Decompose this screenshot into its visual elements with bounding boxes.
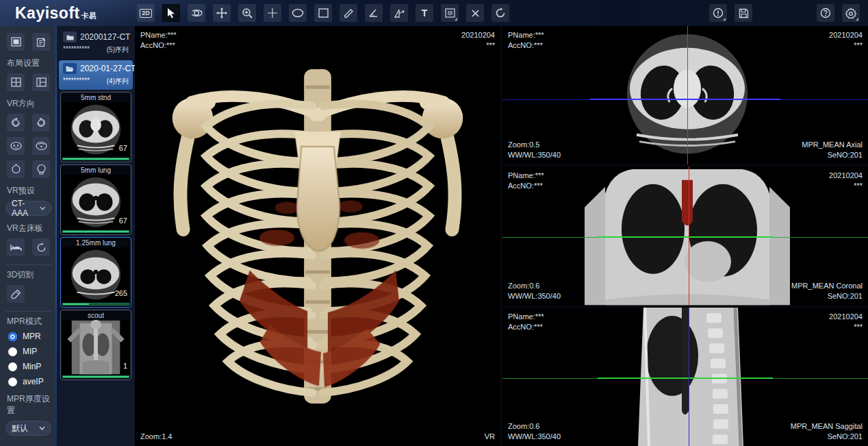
- zoom-factor: Zoom:1.4: [140, 432, 172, 442]
- head-back-icon: [36, 141, 47, 151]
- pencil-icon: [344, 8, 354, 18]
- rotate-3d-button[interactable]: [188, 4, 205, 22]
- zoom-factor: Zoom:0.6: [508, 281, 561, 291]
- head-front-icon: [10, 141, 22, 151]
- crosshair-horizontal-green-center[interactable]: [598, 236, 773, 238]
- image-count: 67: [119, 216, 127, 225]
- series-label: 1.25mm lung: [62, 238, 129, 247]
- remove-bed-button[interactable]: [7, 238, 25, 256]
- vr-preset-select[interactable]: CT-AAA: [5, 201, 51, 216]
- vr-back-view-button[interactable]: [32, 137, 50, 155]
- mpr-mode-label: MPR模式: [0, 312, 57, 329]
- head-bottom-icon: [36, 164, 47, 175]
- series-thumbnail[interactable]: scout 1: [60, 310, 131, 380]
- measure-tool-button[interactable]: [340, 4, 357, 22]
- radio-aveip[interactable]: aveIP: [0, 374, 57, 389]
- view-2d-icon: 2D: [140, 9, 152, 18]
- toolbar: 2D: [137, 4, 868, 22]
- header-bar: Kayisoft 卡易 2D: [0, 0, 868, 26]
- accession-number: AccNO:***: [140, 40, 177, 51]
- cursor-tool-button[interactable]: [162, 4, 180, 22]
- cobb-angle-button[interactable]: [390, 4, 408, 22]
- reset-view-button[interactable]: [492, 4, 509, 22]
- help-button[interactable]: [817, 4, 834, 22]
- vr-rotate-right-button[interactable]: [32, 114, 50, 132]
- mpr-coronal-viewport[interactable]: PName:*** AccNO:*** 20210204 *** Zoom:0.…: [502, 166, 868, 305]
- crosshair-horizontal-blue-center[interactable]: [590, 99, 780, 100]
- crosshair-vertical-blue[interactable]: [689, 308, 689, 446]
- vr-front-view-button[interactable]: [7, 137, 25, 155]
- settings-button[interactable]: [842, 4, 860, 22]
- image-count: 1: [123, 362, 127, 370]
- series-thumb-image: 67: [62, 175, 129, 230]
- study-item[interactable]: 20200127-CT ********** (5)序列: [59, 29, 133, 58]
- save-floppy-icon: [739, 8, 749, 18]
- dropdown-corner-mark: [455, 18, 457, 21]
- vr-rotate-left-button[interactable]: [7, 114, 25, 132]
- rectangle-icon: [318, 8, 329, 18]
- mpr-sagittal-viewport[interactable]: PName:*** AccNO:*** 20210204 *** Zoom:0.…: [502, 308, 868, 446]
- scalpel-button[interactable]: [7, 285, 25, 303]
- study-item-selected[interactable]: 2020-01-27-CT ********** (4)序列: [59, 60, 133, 90]
- study-date: 20210204: [829, 30, 863, 40]
- scalpel-icon: [11, 289, 21, 299]
- series-number: SeNO:201: [802, 150, 863, 160]
- head-rotate-right-icon: [36, 117, 47, 128]
- bed-reset-button[interactable]: [32, 238, 50, 256]
- zoom-factor: Zoom:0.5: [508, 140, 561, 150]
- mpr-thickness-select[interactable]: 默认: [5, 421, 51, 436]
- delete-annotation-button[interactable]: [466, 4, 484, 22]
- pan-button[interactable]: [213, 4, 231, 22]
- layout-grid-button[interactable]: [7, 73, 25, 91]
- window-level: WW/WL:350/40: [508, 432, 561, 442]
- masked-value: ***: [829, 322, 863, 332]
- study-patient-masked: **********: [63, 77, 90, 86]
- save-button[interactable]: [735, 4, 752, 22]
- mpr-axial-viewport[interactable]: PName:*** AccNO:*** 20210204 *** Zoom:0.…: [502, 26, 868, 164]
- radio-minp[interactable]: MinP: [0, 359, 57, 374]
- layout-grid-icon: [11, 77, 21, 87]
- series-thumb-image: 265: [62, 247, 129, 302]
- report-button[interactable]: [32, 33, 50, 51]
- crosshair-vertical-red[interactable]: [689, 166, 689, 305]
- dropdown-corner-mark: [856, 18, 858, 21]
- patient-name: PName:***: [508, 312, 544, 322]
- layout-left-main-button[interactable]: [32, 73, 50, 91]
- window-level-button[interactable]: [441, 4, 459, 22]
- reset-icon: [495, 8, 506, 18]
- chevron-down-icon: [39, 426, 45, 430]
- view-2d-button[interactable]: 2D: [137, 4, 155, 22]
- vr-foot-view-button[interactable]: [32, 160, 50, 178]
- radio-selected-icon: [8, 332, 17, 341]
- series-label: 5mm lung: [62, 166, 129, 175]
- ellipse-icon: [292, 8, 304, 18]
- zoom-in-button[interactable]: [238, 4, 256, 22]
- series-thumbnail-selected[interactable]: 1.25mm lung 265: [60, 237, 131, 308]
- vr-bed-removal-label: VR去床板: [0, 219, 57, 236]
- text-tool-button[interactable]: T: [416, 4, 433, 22]
- crosshair-horizontal-green-center[interactable]: [598, 377, 773, 379]
- layout-single-button[interactable]: [7, 33, 25, 51]
- vr-head-view-button[interactable]: [7, 160, 25, 178]
- crosshair-button[interactable]: [264, 4, 281, 22]
- layout-settings-label: 布局设置: [0, 53, 57, 71]
- close-x-icon: [471, 9, 480, 18]
- ellipse-tool-button[interactable]: [289, 4, 307, 22]
- chevron-down-icon: [40, 206, 45, 210]
- view-name: MPR_MEAN Coronal: [791, 281, 863, 291]
- render-mode: VR: [485, 432, 495, 442]
- radio-mip[interactable]: MIP: [0, 344, 57, 359]
- rectangle-tool-button[interactable]: [314, 4, 332, 22]
- vr-viewport[interactable]: PName:*** AccNO:*** 20210204 *** Zoom:1.…: [135, 26, 500, 446]
- masked-value: ***: [829, 181, 863, 191]
- radio-mpr[interactable]: MPR: [0, 329, 57, 344]
- angle-tool-button[interactable]: [365, 4, 383, 22]
- series-thumbnail[interactable]: 5mm stnd 67: [60, 92, 131, 162]
- window-level: WW/WL:350/40: [508, 291, 561, 301]
- info-button[interactable]: [709, 4, 727, 22]
- crosshair-vertical-red[interactable]: [687, 26, 688, 164]
- series-thumbnail[interactable]: 5mm lung 67: [60, 164, 131, 235]
- reset-icon: [36, 243, 47, 253]
- series-label: 5mm stnd: [62, 93, 129, 102]
- vr-preset-label: VR预设: [0, 181, 57, 198]
